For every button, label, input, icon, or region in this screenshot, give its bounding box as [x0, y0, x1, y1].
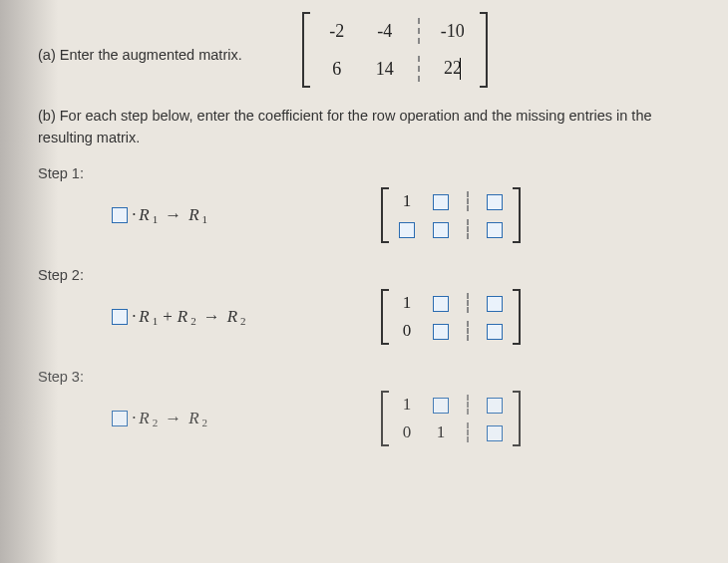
step2-r2c2-input[interactable] [433, 324, 449, 340]
part-a-prompt: (a) Enter the augmented matrix. [22, 37, 242, 63]
part-a-row: (a) Enter the augmented matrix. -2 -4 -1… [22, 12, 710, 88]
matrix-a-body: -2 -4 -10 6 14 22 [310, 12, 480, 88]
step3-r1c3-input[interactable] [487, 398, 503, 414]
matrix-a-r1c3[interactable]: -10 [434, 21, 472, 42]
step1-r1c2-input[interactable] [433, 194, 449, 210]
aug-divider [467, 191, 469, 211]
matrix-a-r2c3[interactable]: 22 [434, 58, 472, 81]
aug-divider [467, 293, 469, 313]
matrix-a-r1c2[interactable]: -4 [366, 21, 404, 42]
arrow-icon: → [165, 409, 182, 428]
matrix-a-r1c1[interactable]: -2 [318, 21, 356, 42]
coeff-input-step2[interactable] [112, 309, 128, 325]
step-3-operation: · R2 → R2 [22, 409, 321, 428]
step-1-matrix: 1 [381, 187, 521, 243]
step3-r2c2: 1 [429, 422, 453, 442]
coeff-input-step3[interactable] [112, 411, 128, 426]
aug-divider [467, 219, 469, 239]
aug-divider [467, 395, 469, 415]
augmented-matrix-a: -2 -4 -10 6 14 22 [302, 12, 488, 88]
step2-r1c1: 1 [395, 293, 419, 313]
step2-r2c3-input[interactable] [487, 324, 503, 340]
aug-divider [467, 422, 469, 442]
part-b-prompt: (b) For each step below, enter the coeff… [38, 106, 710, 149]
step3-r1c1: 1 [395, 395, 419, 415]
aug-divider [467, 321, 469, 341]
step3-r2c1: 0 [395, 422, 419, 442]
coeff-input-step1[interactable] [112, 207, 128, 223]
step2-r1c2-input[interactable] [433, 296, 449, 312]
step3-r2c3-input[interactable] [487, 425, 503, 441]
step-2-label: Step 2: [38, 267, 710, 283]
matrix-a-r2c2[interactable]: 14 [366, 59, 404, 80]
worksheet-page: (a) Enter the augmented matrix. -2 -4 -1… [0, 0, 728, 446]
step-3-matrix: 1 0 1 [381, 391, 521, 446]
step-2-operation: · R1 + R2 → R2 [22, 307, 321, 327]
aug-divider [418, 56, 420, 82]
text-cursor [460, 58, 462, 80]
step1-r2c1-input[interactable] [399, 222, 415, 238]
step-1-operation: · R1 → R1 [22, 205, 321, 225]
step3-r1c2-input[interactable] [433, 398, 449, 414]
step-2-row: · R1 + R2 → R2 1 0 [22, 289, 710, 345]
step2-r2c1: 0 [395, 321, 419, 341]
step-3-row: · R2 → R2 1 0 1 [22, 391, 710, 446]
step-2-matrix: 1 0 [381, 289, 521, 345]
step1-r2c3-input[interactable] [487, 222, 503, 238]
step-1-row: · R1 → R1 1 [22, 187, 710, 243]
step1-r1c1: 1 [395, 191, 419, 211]
matrix-a-r2c1[interactable]: 6 [318, 59, 356, 80]
step-1-label: Step 1: [38, 165, 710, 181]
aug-divider [418, 18, 420, 44]
step1-r1c3-input[interactable] [487, 194, 503, 210]
arrow-icon: → [203, 307, 220, 327]
step1-r2c2-input[interactable] [433, 222, 449, 238]
step2-r1c3-input[interactable] [487, 296, 503, 312]
step-3-label: Step 3: [38, 369, 710, 385]
arrow-icon: → [165, 205, 182, 225]
